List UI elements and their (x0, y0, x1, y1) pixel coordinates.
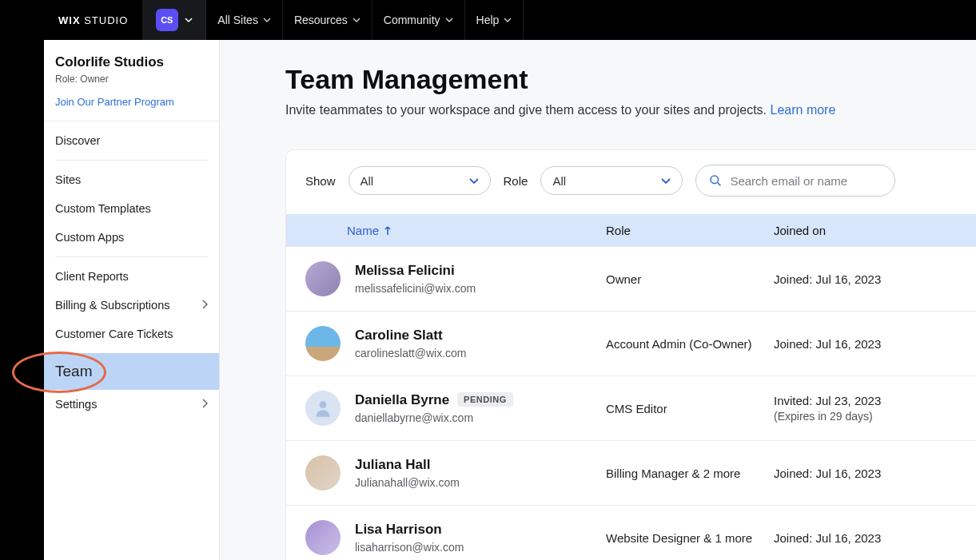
table-body: Melissa Felicinimelissafelicini@wix.comO… (286, 247, 976, 560)
table-row[interactable]: Juliana HallJulianahall@wix.comBilling M… (286, 441, 976, 506)
member-joined-expiry: (Expires in 29 days) (774, 409, 976, 425)
workspace-switcher[interactable]: CS (142, 0, 206, 40)
sidebar-item-sites[interactable]: Sites (44, 165, 219, 194)
chevron-down-icon (661, 176, 671, 185)
top-bar: WIX STUDIO CS All Sites Resources Commun… (44, 0, 976, 40)
sidebar-item-label: Customer Care Tickets (55, 328, 173, 340)
sort-asc-icon (384, 226, 392, 236)
page-title: Team Management (285, 64, 976, 95)
person-icon (313, 398, 333, 419)
column-header-joined[interactable]: Joined on (774, 224, 976, 237)
table-row[interactable]: Lisa Harrisonlisaharrison@wix.comWebsite… (286, 506, 976, 560)
member-email: lisaharrison@wix.com (355, 541, 464, 554)
member-name: Lisa Harrison (355, 522, 464, 538)
column-header-role[interactable]: Role (606, 224, 774, 237)
member-email: carolineslatt@wix.com (355, 347, 466, 359)
learn-more-link[interactable]: Learn more (771, 103, 836, 117)
workspace-role: Role: Owner (55, 73, 208, 85)
member-email: daniellabyrne@wix.com (355, 411, 513, 424)
workspace-info: Colorlife Studios Role: Owner Join Our P… (44, 40, 219, 121)
member-role: CMS Editor (606, 402, 774, 415)
sidebar-item-settings[interactable]: Settings (44, 390, 219, 419)
chevron-down-icon (353, 16, 361, 24)
table-row[interactable]: Caroline Slattcarolineslatt@wix.comAccou… (286, 312, 976, 376)
topnav-community[interactable]: Community (372, 0, 465, 40)
avatar (305, 326, 341, 361)
topnav-label: Community (384, 14, 440, 26)
sidebar-item-team[interactable]: Team (44, 353, 219, 390)
chevron-down-icon (445, 16, 453, 24)
svg-point-2 (320, 401, 327, 408)
sidebar-item-discover[interactable]: Discover (44, 126, 219, 155)
chevron-down-icon (504, 16, 512, 24)
sidebar-item-customer-care[interactable]: Customer Care Tickets (44, 320, 219, 348)
svg-point-0 (711, 176, 719, 184)
member-email: Julianahall@wix.com (355, 476, 460, 489)
role-label: Role (504, 174, 528, 188)
sidebar-separator (55, 160, 208, 161)
chevron-right-icon (201, 299, 208, 312)
sidebar-item-client-reports[interactable]: Client Reports (44, 262, 219, 291)
sidebar-item-label: Custom Apps (55, 231, 124, 244)
member-joined: Joined: Jul 16, 2023 (774, 271, 976, 288)
show-dropdown[interactable]: All (349, 166, 491, 195)
topnav-label: Help (476, 14, 500, 26)
topnav-label: Resources (294, 14, 348, 26)
sidebar-item-custom-templates[interactable]: Custom Templates (44, 194, 219, 223)
team-panel: Show All Role All (285, 149, 976, 560)
member-name: Caroline Slatt (355, 328, 466, 344)
table-row[interactable]: Daniella ByrnePENDINGdaniellabyrne@wix.c… (286, 376, 976, 441)
workspace-name: Colorlife Studios (55, 54, 208, 70)
left-black-strip (0, 0, 44, 560)
sidebar-item-label: Client Reports (55, 270, 129, 283)
search-input[interactable] (730, 174, 882, 188)
member-email: melissafelicini@wix.com (355, 282, 476, 295)
chevron-down-icon (185, 16, 193, 24)
sidebar-item-label: Sites (55, 173, 81, 186)
brand-thin: STUDIO (81, 14, 129, 26)
show-label: Show (305, 174, 336, 188)
avatar (305, 455, 341, 490)
column-header-label: Name (347, 224, 379, 237)
brand-logo[interactable]: WIX STUDIO (44, 14, 142, 26)
sidebar-separator (55, 256, 208, 257)
sidebar-item-custom-apps[interactable]: Custom Apps (44, 223, 219, 252)
chevron-down-icon (469, 176, 479, 185)
sidebar-item-label: Settings (55, 398, 97, 411)
workspace-initials-badge: CS (156, 9, 178, 31)
page-subtitle: Invite teammates to your workspace and g… (285, 103, 976, 117)
search-icon (709, 173, 722, 188)
topnav-resources[interactable]: Resources (283, 0, 372, 40)
sidebar: Colorlife Studios Role: Owner Join Our P… (44, 40, 220, 560)
member-joined: Invited: Jul 23, 2023(Expires in 29 days… (774, 392, 976, 425)
column-header-name[interactable]: Name (286, 224, 606, 237)
member-name: Daniella ByrnePENDING (355, 392, 513, 408)
member-role: Billing Manager & 2 more (606, 467, 774, 480)
search-field[interactable] (695, 165, 895, 197)
member-joined: Joined: Jul 16, 2023 (774, 530, 976, 546)
topnav-help[interactable]: Help (465, 0, 524, 40)
avatar (305, 520, 341, 555)
sidebar-item-label: Team (55, 363, 92, 380)
sidebar-item-label: Custom Templates (55, 202, 151, 215)
sidebar-item-billing[interactable]: Billing & Subscriptions (44, 291, 219, 320)
avatar (305, 261, 341, 296)
filter-bar: Show All Role All (286, 150, 976, 214)
table-header: Name Role Joined on (286, 214, 976, 247)
member-role: Website Designer & 1 more (606, 531, 774, 545)
sidebar-item-label: Billing & Subscriptions (55, 299, 169, 312)
member-name: Juliana Hall (355, 457, 460, 473)
top-nav: All Sites Resources Community Help (206, 0, 524, 40)
show-value: All (361, 174, 374, 188)
topnav-all-sites[interactable]: All Sites (206, 0, 283, 40)
partner-program-link[interactable]: Join Our Partner Program (55, 96, 208, 108)
member-role: Account Admin (Co-Owner) (606, 337, 774, 351)
brand-bold: WIX (58, 14, 81, 26)
pending-badge: PENDING (457, 392, 513, 407)
role-dropdown[interactable]: All (540, 166, 683, 195)
topnav-label: All Sites (217, 14, 258, 26)
table-row[interactable]: Melissa Felicinimelissafelicini@wix.comO… (286, 247, 976, 312)
member-name: Melissa Felicini (355, 263, 476, 279)
subtitle-text: Invite teammates to your workspace and g… (285, 103, 771, 117)
avatar (305, 391, 341, 426)
